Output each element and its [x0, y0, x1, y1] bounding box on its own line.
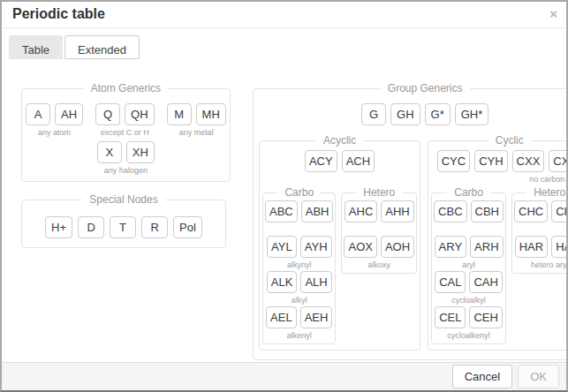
btn-cbc[interactable]: CBC	[434, 200, 466, 222]
group-caption: any halogen	[104, 165, 148, 176]
btn-arh[interactable]: ARH	[470, 236, 503, 258]
tab-table[interactable]: Table	[9, 35, 63, 59]
atom-group-any-metal: M MH any metal	[167, 103, 226, 138]
btn-t[interactable]: T	[110, 216, 136, 238]
periodic-table-dialog: Periodic table × Table Extended Atom Gen…	[0, 0, 568, 392]
cyclic-section: Cyclic CYC CYH CXX	[428, 134, 568, 351]
atom-group-any-atom: A AH any atom	[26, 103, 83, 138]
atom-generics-row-1: A AH any atom Q QH except C or H	[26, 103, 226, 138]
cancel-button[interactable]: Cancel	[452, 365, 512, 388]
special-nodes-section: Special Nodes H+ D T R Pol	[21, 193, 226, 248]
btn-ayh[interactable]: AYH	[300, 236, 332, 258]
btn-g-star[interactable]: G*	[425, 103, 451, 125]
btn-gh-star[interactable]: GH*	[455, 103, 489, 125]
btn-ael[interactable]: AEL	[266, 306, 297, 328]
btn-gh[interactable]: GH	[390, 103, 420, 125]
btn-chh[interactable]: CHH	[551, 200, 568, 222]
btn-qh[interactable]: QH	[125, 103, 155, 125]
btn-ayl[interactable]: AYL	[267, 236, 297, 258]
group-caption: except C or H	[101, 127, 149, 138]
btn-cyc[interactable]: CYC	[437, 150, 470, 172]
atom-generics-section: Atom Generics A AH any atom Q QH	[21, 82, 231, 182]
btn-abh[interactable]: ABH	[301, 200, 334, 222]
btn-acy[interactable]: ACY	[305, 150, 337, 172]
btn-ah[interactable]: AH	[55, 103, 83, 125]
acyclic-section: Acyclic ACY ACH	[259, 134, 420, 351]
btn-ahh[interactable]: AHH	[381, 200, 413, 222]
atom-group-except-c-or-h: Q QH except C or H	[95, 103, 155, 138]
btn-aox[interactable]: AOX	[344, 236, 376, 258]
btn-har[interactable]: HAR	[515, 236, 548, 258]
btn-cxh[interactable]: CXH	[549, 150, 568, 172]
btn-r[interactable]: R	[141, 216, 168, 238]
dialog-header: Periodic table ×	[2, 2, 566, 28]
close-icon[interactable]: ×	[549, 7, 557, 20]
btn-chc[interactable]: CHC	[514, 200, 548, 222]
tab-bar: Table Extended	[9, 35, 566, 59]
carbo-legend: Carbo	[277, 186, 321, 199]
acyclic-carbo-section: Carbo ABC ABH	[262, 186, 336, 344]
dialog-body: Atom Generics A AH any atom Q QH	[2, 59, 566, 360]
btn-aeh[interactable]: AEH	[300, 306, 333, 328]
btn-a[interactable]: A	[26, 103, 50, 125]
group-caption: any metal	[179, 127, 214, 138]
right-column: Group Generics G GH G* GH* Acyclic	[253, 82, 568, 360]
acyclic-subgroups: Carbo ABC ABH	[262, 186, 417, 344]
group-caption: cycloalkenyl	[447, 330, 490, 341]
cyclic-legend: Cyclic	[488, 134, 531, 147]
dialog-footer: Cancel OK	[2, 362, 566, 390]
btn-pol[interactable]: Pol	[173, 216, 202, 238]
group-caption: alkoxy	[368, 260, 391, 270]
group-caption: aryl	[462, 260, 475, 270]
btn-h-plus[interactable]: H+	[45, 216, 72, 238]
tab-extended[interactable]: Extended	[64, 35, 140, 59]
btn-aoh[interactable]: AOH	[381, 236, 414, 258]
btn-abc[interactable]: ABC	[265, 200, 298, 222]
dialog-title: Periodic table	[12, 6, 105, 21]
btn-xh[interactable]: XH	[126, 141, 155, 163]
btn-x[interactable]: X	[97, 141, 122, 163]
group-caption: alkyl	[292, 295, 307, 305]
special-nodes-legend: Special Nodes	[82, 193, 164, 206]
btn-q[interactable]: Q	[95, 103, 120, 125]
hetero-legend: Hetero	[356, 186, 402, 199]
btn-m[interactable]: M	[167, 103, 192, 125]
btn-mh[interactable]: MH	[196, 103, 226, 125]
acyclic-top-row: ACY ACH	[262, 150, 417, 185]
group-caption: hetero aryl	[531, 260, 568, 270]
group-caption: alkenyl	[287, 330, 312, 341]
cyclic-subgroups: Carbo CBC CBH	[431, 186, 568, 344]
acyclic-hetero-section: Hetero AHC AHH	[341, 186, 417, 274]
special-nodes-row: H+ D T R Pol	[26, 216, 222, 238]
btn-alk[interactable]: ALK	[267, 271, 298, 293]
btn-cxx[interactable]: CXX	[512, 150, 545, 172]
btn-cbh[interactable]: CBH	[471, 200, 504, 222]
ok-button[interactable]: OK	[518, 365, 559, 388]
carbo-legend: Carbo	[447, 186, 490, 199]
group-caption: no carbon	[529, 174, 564, 185]
group-caption: cycloalkyl	[451, 295, 486, 305]
cyclic-top-row: CYC CYH CXX CXH no carbon	[431, 150, 568, 185]
btn-cah[interactable]: CAH	[469, 271, 502, 293]
btn-cal[interactable]: CAL	[435, 271, 466, 293]
btn-ach[interactable]: ACH	[342, 150, 375, 172]
btn-g[interactable]: G	[361, 103, 386, 125]
group-generics-section: Group Generics G GH G* GH* Acyclic	[253, 82, 568, 360]
btn-ary[interactable]: ARY	[435, 236, 467, 258]
btn-hah[interactable]: HAH	[551, 236, 568, 258]
hetero-legend: Hetero	[526, 186, 568, 199]
cyclic-hetero-section: Hetero CHC CHH	[511, 186, 568, 274]
btn-cel[interactable]: CEL	[435, 306, 466, 328]
btn-cyh[interactable]: CYH	[474, 150, 507, 172]
btn-ahc[interactable]: AHC	[345, 200, 377, 222]
btn-d[interactable]: D	[78, 216, 104, 238]
btn-ceh[interactable]: CEH	[469, 306, 502, 328]
btn-alh[interactable]: ALH	[300, 271, 331, 293]
atom-generics-row-2: X XH any halogen	[26, 141, 226, 176]
group-caption: alkynyl	[287, 260, 312, 270]
atom-group-any-halogen: X XH any halogen	[97, 141, 155, 176]
group-generics-columns: Acyclic ACY ACH	[257, 134, 568, 354]
atom-generics-legend: Atom Generics	[84, 82, 168, 94]
acyclic-legend: Acyclic	[316, 134, 363, 147]
group-generics-legend: Group Generics	[381, 82, 470, 94]
